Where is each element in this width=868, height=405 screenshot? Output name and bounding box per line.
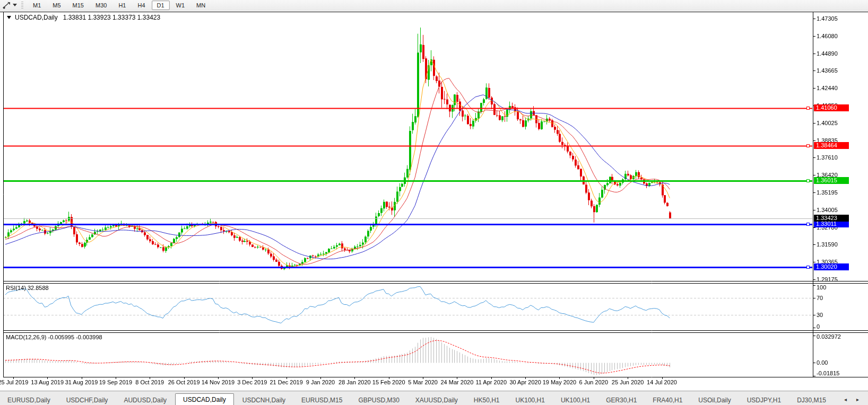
rsi-indicator-label: RSI(14) 32.8588 bbox=[6, 285, 49, 291]
chart-tab-ger30-h1[interactable]: GER30,H1 bbox=[598, 395, 644, 405]
timeframe-button-d1[interactable]: D1 bbox=[152, 1, 170, 10]
chart-title: USDCAD,Daily 1.33831 1.33923 1.33373 1.3… bbox=[7, 14, 160, 21]
macd-axis-label: -0.01815 bbox=[817, 370, 839, 376]
chart-ohlc-values: 1.33831 1.33923 1.33373 1.33423 bbox=[63, 14, 161, 21]
price-tick-label: 1.46080 bbox=[817, 33, 838, 39]
chart-tab-usdcnh-daily[interactable]: USDCNH,Daily bbox=[235, 395, 293, 405]
price-tick-label: 1.34005 bbox=[817, 207, 838, 213]
price-tick-label: 1.29175 bbox=[817, 276, 838, 283]
price-tick-label: 1.43665 bbox=[817, 67, 838, 74]
chart-tab-uk100-h1[interactable]: UK100,H1 bbox=[553, 395, 597, 405]
price-tick-label: 1.35195 bbox=[817, 189, 838, 196]
line-studies-icon[interactable] bbox=[2, 1, 12, 9]
chart-tab-china300-h4[interactable]: CHINA300,H4 bbox=[835, 395, 839, 405]
chart-tab-xauusd-daily[interactable]: XAUUSD,Daily bbox=[408, 395, 465, 405]
price-tick-label: 1.47305 bbox=[817, 15, 838, 22]
current-price-label: 1.33423 bbox=[814, 215, 849, 222]
price-line-label: 1.41060 bbox=[814, 104, 849, 111]
date-label: 14 Jul 2020 bbox=[640, 379, 684, 385]
price-tick-label: 1.40025 bbox=[817, 120, 838, 126]
chart-symbol-label: USDCAD,Daily bbox=[15, 14, 58, 21]
price-tick-label: 1.42440 bbox=[817, 85, 838, 91]
chart-tab-eurusd-daily[interactable]: EURUSD,Daily bbox=[0, 395, 58, 405]
chart-canvas[interactable] bbox=[0, 0, 868, 391]
price-line-label: 1.33011 bbox=[814, 221, 849, 227]
macd-indicator-label: MACD(12,26,9) -0.005995 -0.003998 bbox=[6, 334, 102, 340]
tabs-scroll-left-icon[interactable]: ◂ bbox=[839, 397, 852, 402]
rsi-level-label: 0 bbox=[817, 323, 820, 330]
macd-axis-label: 0.032972 bbox=[817, 333, 841, 340]
rsi-level-label: 70 bbox=[817, 295, 823, 301]
price-tick-label: 1.37610 bbox=[817, 154, 838, 161]
chart-tab-usdchf-daily[interactable]: USDCHF,Daily bbox=[59, 395, 116, 405]
chart-tab-hk50-h1[interactable]: HK50,H1 bbox=[466, 395, 507, 405]
chart-tab-fra40-h1[interactable]: FRA40,H1 bbox=[645, 395, 690, 405]
timeframe-button-mn[interactable]: MN bbox=[191, 1, 211, 10]
chart-tab-dj30-m15[interactable]: DJ30,M15 bbox=[789, 395, 834, 405]
chart-tab-usoil-daily[interactable]: USOil,Daily bbox=[691, 395, 738, 405]
rsi-level-label: 30 bbox=[817, 312, 823, 318]
chart-tab-usdcad-daily[interactable]: USDCAD,Daily bbox=[175, 393, 234, 405]
timeframe-button-m30[interactable]: M30 bbox=[90, 1, 112, 10]
timeframe-button-h1[interactable]: H1 bbox=[113, 1, 131, 10]
chart-tab-bar: EURUSD,DailyUSDCHF,DailyAUDUSD,DailyUSDC… bbox=[0, 391, 868, 405]
chart-tab-gbpusd-m30[interactable]: GBPUSD,M30 bbox=[351, 395, 406, 405]
timeframe-toolbar: M1M5M15M30H1H4D1W1MN bbox=[0, 0, 868, 11]
macd-axis-label: 0.00 bbox=[817, 359, 828, 366]
price-tick-label: 1.44890 bbox=[817, 50, 838, 57]
chart-tab-audusd-daily[interactable]: AUDUSD,Daily bbox=[116, 395, 174, 405]
timeframe-button-h4[interactable]: H4 bbox=[132, 1, 150, 10]
chart-tab-eurusd-m15[interactable]: EURUSD,M15 bbox=[294, 395, 350, 405]
timeframe-button-m5[interactable]: M5 bbox=[47, 1, 66, 10]
timeframe-button-m1[interactable]: M1 bbox=[28, 1, 46, 10]
timeframe-button-m15[interactable]: M15 bbox=[67, 1, 89, 10]
chart-tab-usdjpy-h1[interactable]: USDJPY,H1 bbox=[740, 395, 788, 405]
price-line-label: 1.36015 bbox=[814, 177, 849, 184]
collapse-caret-icon[interactable] bbox=[7, 16, 11, 19]
price-line-label: 1.38464 bbox=[814, 142, 849, 149]
timeframe-button-w1[interactable]: W1 bbox=[171, 1, 190, 10]
chart-tab-uk100-h1[interactable]: UK100,H1 bbox=[508, 395, 552, 405]
tabs-scroll-right-icon[interactable]: ▸ bbox=[852, 397, 864, 402]
price-line-label: 1.30020 bbox=[814, 263, 849, 270]
dropdown-caret-icon[interactable] bbox=[13, 4, 17, 6]
toolbar-drag-handle bbox=[21, 2, 23, 8]
price-tick-label: 1.31590 bbox=[817, 241, 838, 248]
rsi-level-label: 100 bbox=[817, 284, 826, 290]
